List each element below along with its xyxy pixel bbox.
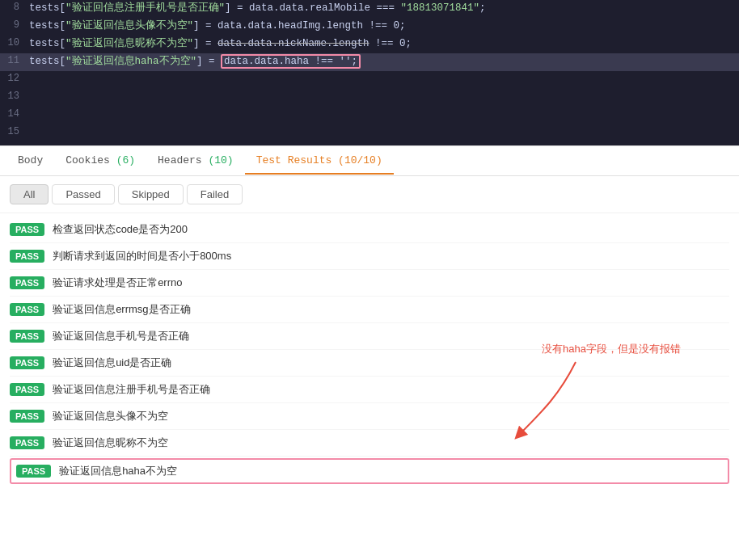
test-label: 验证返回信息uid是否正确 [53,356,171,370]
code-line-11: 11 tests["验证返回信息haha不为空"] = data.data.ha… [0,53,739,71]
code-line-12: 12 [0,71,739,89]
test-result-row: PASS 验证返回信息uid是否正确 [10,350,729,377]
pass-badge: PASS [10,356,44,369]
filter-skipped-button[interactable]: Skipped [118,184,184,204]
test-result-row: PASS 检查返回状态code是否为200 [10,217,729,243]
line-number: 15 [0,125,29,137]
filter-bar: All Passed Skipped Failed [0,176,739,213]
line-number: 10 [0,36,29,48]
tab-test-results[interactable]: Test Results (10/10) [245,148,394,175]
code-line-15: 15 [0,124,739,142]
test-result-row: PASS 验证返回信息手机号是否正确 [10,323,729,350]
code-editor: 8 tests["验证回信息注册手机号是否正确"] = data.data.re… [0,0,739,145]
test-label: 验证请求处理是否正常errno [53,276,182,290]
code-line-9: 9 tests["验证返回信息头像不为空"] = data.data.headI… [0,18,739,36]
line-number: 14 [0,107,29,120]
line-number: 8 [0,1,29,13]
code-line-10: 10 tests["验证返回信息昵称不为空"] = data.data.nick… [0,36,739,53]
test-label: 验证返回信息昵称不为空 [53,436,168,450]
test-result-row: PASS 验证返回信息注册手机号是否正确 [10,377,729,403]
test-results-wrapper: PASS 检查返回状态code是否为200 PASS 判断请求到返回的时间是否小… [0,213,739,489]
line-content [29,72,739,83]
test-result-row: PASS 验证请求处理是否正常errno [10,270,729,297]
tab-cookies[interactable]: Cookies (6) [54,148,146,175]
test-result-row: PASS 验证返回信息errmsg是否正确 [10,297,729,323]
filter-all-button[interactable]: All [10,184,49,204]
line-content [29,90,739,101]
test-results-list: PASS 检查返回状态code是否为200 PASS 判断请求到返回的时间是否小… [0,213,739,489]
line-content [29,125,739,137]
line-content: tests["验证返回信息昵称不为空"] = data.data.nickNam… [29,36,739,50]
test-label: 验证返回信息头像不为空 [53,409,168,423]
tabs-bar: Body Cookies (6) Headers (10) Test Resul… [0,145,739,176]
line-content: tests["验证返回信息haha不为空"] = data.data.haha … [29,54,739,68]
pass-badge: PASS [10,303,44,316]
pass-badge: PASS [10,436,44,449]
line-number: 11 [0,54,29,66]
test-label: 验证返回信息注册手机号是否正确 [53,382,210,397]
test-result-row: PASS 判断请求到返回的时间是否小于800ms [10,243,729,270]
code-line-8: 8 tests["验证回信息注册手机号是否正确"] = data.data.re… [0,0,739,18]
pass-badge: PASS [16,465,51,478]
pass-badge: PASS [10,410,44,423]
test-result-row: PASS 验证返回信息昵称不为空 [10,430,729,457]
filter-passed-button[interactable]: Passed [52,184,114,204]
pass-badge: PASS [10,330,44,343]
pass-badge: PASS [10,276,44,289]
pass-badge: PASS [10,250,44,263]
tab-body[interactable]: Body [6,148,54,175]
line-content: tests["验证回信息注册手机号是否正确"] = data.data.real… [29,1,739,15]
test-result-row-highlighted: PASS 验证返回信息haha不为空 [10,458,729,484]
test-label: 验证返回信息手机号是否正确 [53,329,189,343]
line-number: 9 [0,19,29,31]
pass-badge: PASS [10,383,44,396]
test-result-row: PASS 验证返回信息头像不为空 [10,403,729,430]
test-label: 验证返回信息haha不为空 [59,464,177,478]
line-number: 13 [0,90,29,102]
code-line-13: 13 [0,89,739,107]
test-label: 判断请求到返回的时间是否小于800ms [53,249,231,263]
code-line-14: 14 [0,107,739,124]
line-content: tests["验证返回信息头像不为空"] = data.data.headImg… [29,19,739,32]
line-number: 12 [0,72,29,84]
line-content [29,107,739,119]
tab-headers[interactable]: Headers (10) [146,148,245,175]
test-label: 检查返回状态code是否为200 [53,222,188,237]
filter-failed-button[interactable]: Failed [187,184,243,204]
pass-badge: PASS [10,223,44,236]
test-label: 验证返回信息errmsg是否正确 [53,302,190,317]
annotation-row-container: PASS 验证返回信息uid是否正确 没有haha字段，但是没有报错 [10,350,729,377]
